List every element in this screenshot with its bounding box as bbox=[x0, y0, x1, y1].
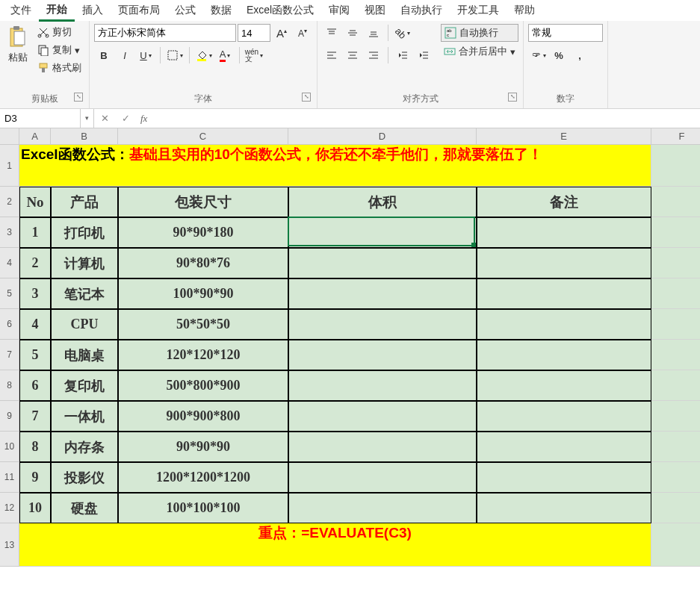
table-cell[interactable] bbox=[288, 432, 477, 462]
table-cell[interactable]: 7 bbox=[19, 401, 51, 432]
tab-公式[interactable]: 公式 bbox=[167, 1, 203, 20]
name-box-dropdown[interactable]: ▾ bbox=[81, 109, 94, 128]
table-cell[interactable] bbox=[288, 340, 477, 370]
merge-center-button[interactable]: 合并后居中▾ bbox=[441, 43, 518, 60]
enter-formula-button[interactable]: ✓ bbox=[115, 113, 136, 124]
increase-indent-button[interactable] bbox=[414, 46, 433, 64]
percent-button[interactable]: % bbox=[549, 46, 569, 64]
table-header[interactable]: 体积 bbox=[288, 187, 477, 217]
table-cell[interactable] bbox=[288, 401, 477, 432]
align-bottom-button[interactable] bbox=[364, 24, 383, 42]
tab-插入[interactable]: 插入 bbox=[75, 1, 111, 20]
table-cell[interactable] bbox=[477, 217, 651, 248]
tab-页面布局[interactable]: 页面布局 bbox=[111, 1, 167, 20]
cancel-formula-button[interactable]: ✕ bbox=[94, 113, 115, 124]
fx-icon[interactable]: fx bbox=[136, 113, 152, 125]
table-cell[interactable]: 90*80*76 bbox=[118, 248, 288, 278]
cut-button[interactable]: 剪切 bbox=[34, 24, 84, 40]
table-cell[interactable] bbox=[477, 401, 651, 432]
format-painter-button[interactable]: 格式刷 bbox=[34, 60, 84, 76]
table-cell[interactable] bbox=[477, 340, 651, 370]
increase-font-button[interactable]: A▴ bbox=[272, 24, 291, 42]
row-header-12[interactable]: 12 bbox=[0, 493, 19, 523]
select-all-corner[interactable] bbox=[0, 128, 19, 145]
italic-button[interactable]: I bbox=[115, 46, 134, 64]
phonetic-button[interactable]: wén文▾ bbox=[244, 46, 264, 64]
accounting-format-button[interactable]: 🖙▾ bbox=[528, 46, 548, 64]
row-header-11[interactable]: 11 bbox=[0, 462, 19, 493]
table-cell[interactable] bbox=[477, 432, 651, 462]
table-cell[interactable]: 打印机 bbox=[51, 217, 118, 248]
table-cell[interactable]: 5 bbox=[19, 340, 51, 370]
font-color-button[interactable]: A▾ bbox=[215, 46, 235, 64]
table-cell[interactable]: 投影仪 bbox=[51, 462, 118, 493]
tab-文件[interactable]: 文件 bbox=[3, 1, 39, 20]
align-right-button[interactable] bbox=[364, 46, 383, 64]
table-cell[interactable]: 2 bbox=[19, 248, 51, 278]
align-left-button[interactable] bbox=[322, 46, 341, 64]
tab-审阅[interactable]: 审阅 bbox=[321, 1, 357, 20]
decrease-font-button[interactable]: A▾ bbox=[293, 24, 312, 42]
number-format-select[interactable] bbox=[528, 24, 603, 42]
row-header-3[interactable]: 3 bbox=[0, 217, 19, 248]
table-cell[interactable]: 6 bbox=[19, 370, 51, 401]
font-size-select[interactable] bbox=[238, 24, 270, 42]
table-cell[interactable]: 一体机 bbox=[51, 401, 118, 432]
table-cell[interactable] bbox=[288, 462, 477, 493]
row-header-7[interactable]: 7 bbox=[0, 340, 19, 370]
column-header-B[interactable]: B bbox=[51, 128, 118, 145]
row-header-9[interactable]: 9 bbox=[0, 401, 19, 432]
footer-cell[interactable]: 重点：=EVALUATE(C3) bbox=[19, 523, 651, 567]
orientation-button[interactable]: ab▾ bbox=[393, 24, 412, 42]
row-header-5[interactable]: 5 bbox=[0, 278, 19, 309]
table-header[interactable]: No bbox=[19, 187, 51, 217]
column-header-C[interactable]: C bbox=[118, 128, 288, 145]
font-name-select[interactable] bbox=[94, 24, 236, 42]
row-header-4[interactable]: 4 bbox=[0, 248, 19, 278]
table-cell[interactable]: 90*90*90 bbox=[118, 432, 288, 462]
table-cell[interactable]: 内存条 bbox=[51, 432, 118, 462]
table-header[interactable]: 包装尺寸 bbox=[118, 187, 288, 217]
table-cell[interactable]: 1 bbox=[19, 217, 51, 248]
row-header-8[interactable]: 8 bbox=[0, 370, 19, 401]
table-cell[interactable]: 120*120*120 bbox=[118, 340, 288, 370]
copy-button[interactable]: 复制▾ bbox=[34, 42, 84, 58]
table-cell[interactable]: 9 bbox=[19, 462, 51, 493]
table-cell[interactable] bbox=[288, 309, 477, 340]
table-cell[interactable] bbox=[477, 309, 651, 340]
column-header-E[interactable]: E bbox=[477, 128, 651, 145]
table-cell[interactable]: 计算机 bbox=[51, 248, 118, 278]
table-header[interactable]: 产品 bbox=[51, 187, 118, 217]
table-cell[interactable] bbox=[288, 370, 477, 401]
table-cell[interactable]: 900*900*800 bbox=[118, 401, 288, 432]
table-cell[interactable] bbox=[477, 278, 651, 309]
formula-input[interactable] bbox=[152, 109, 700, 128]
table-cell[interactable] bbox=[288, 217, 477, 248]
row-header-2[interactable]: 2 bbox=[0, 187, 19, 217]
tab-开发工具[interactable]: 开发工具 bbox=[450, 1, 507, 20]
table-cell[interactable]: 100*100*100 bbox=[118, 493, 288, 523]
tab-Excel函数公式[interactable]: Excel函数公式 bbox=[239, 1, 321, 20]
title-cell[interactable]: Excel函数公式：基础且实用的10个函数公式，你若还不牵手他们，那就要落伍了！ bbox=[19, 145, 651, 187]
table-cell[interactable] bbox=[477, 370, 651, 401]
tab-数据[interactable]: 数据 bbox=[203, 1, 239, 20]
border-button[interactable]: ▾ bbox=[165, 46, 185, 64]
table-cell[interactable] bbox=[477, 248, 651, 278]
tab-开始[interactable]: 开始 bbox=[39, 0, 75, 22]
table-cell[interactable]: 笔记本 bbox=[51, 278, 118, 309]
table-cell[interactable]: 500*800*900 bbox=[118, 370, 288, 401]
decrease-indent-button[interactable] bbox=[393, 46, 412, 64]
tab-帮助[interactable]: 帮助 bbox=[507, 1, 542, 20]
tab-自动执行[interactable]: 自动执行 bbox=[393, 1, 450, 20]
table-cell[interactable]: 1200*1200*1200 bbox=[118, 462, 288, 493]
row-header-13[interactable]: 13 bbox=[0, 523, 19, 567]
column-header-A[interactable]: A bbox=[19, 128, 51, 145]
fill-color-button[interactable]: ▾ bbox=[194, 46, 214, 64]
table-cell[interactable] bbox=[288, 493, 477, 523]
row-header-1[interactable]: 1 bbox=[0, 145, 19, 187]
align-center-button[interactable] bbox=[343, 46, 362, 64]
table-cell[interactable] bbox=[477, 462, 651, 493]
table-cell[interactable]: 90*90*180 bbox=[118, 217, 288, 248]
table-cell[interactable]: 8 bbox=[19, 432, 51, 462]
table-cell[interactable] bbox=[288, 278, 477, 309]
